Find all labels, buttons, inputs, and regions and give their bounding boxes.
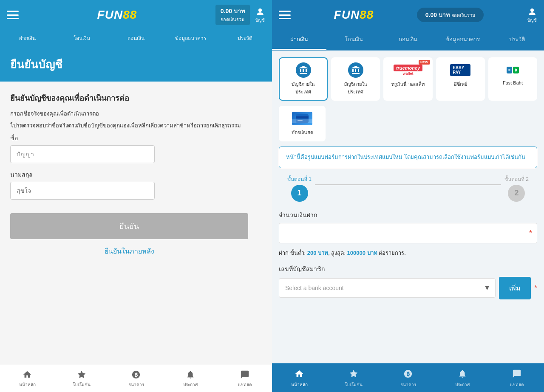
left-header: FUN88 0.00 บาท ยอดเงินรวม บัญชี <box>0 0 272 30</box>
right-hamburger-icon[interactable] <box>279 11 291 19</box>
dollar-icon: ฿ <box>131 369 141 380</box>
last-name-input[interactable] <box>10 182 155 200</box>
max-amount: 100000 บาท <box>347 250 377 256</box>
right-nav-bank[interactable]: ฿ ธนาคาร <box>381 364 435 392</box>
info-box: หน้านี้คือรูปแบบฟอร์มการฝากในประเทศแบบให… <box>279 147 537 168</box>
left-nav-home[interactable]: หน้าหลัก <box>0 365 54 392</box>
svg-rect-6 <box>298 120 303 121</box>
left-tab-deposit[interactable]: ฝากเงิน <box>0 30 54 47</box>
payment-bank-local-1[interactable]: บัญชีภายในประเทศ <box>279 57 328 101</box>
left-nav-bank[interactable]: ฿ ธนาคาร <box>109 365 163 392</box>
info-message: หน้านี้คือรูปแบบฟอร์มการฝากในประเทศแบบให… <box>286 153 530 162</box>
step2-label: ขั้นตอนที่ 2 <box>504 175 529 183</box>
svg-text:฿: ฿ <box>406 371 410 377</box>
easypay-label: อีซี่เพย์ <box>454 80 467 88</box>
step1-label: ขั้นตอนที่ 1 <box>287 175 312 183</box>
right-nav-promo[interactable]: โปรโมชั่น <box>326 364 381 392</box>
right-nav-promo-label: โปรโมชั่น <box>345 381 363 388</box>
right-tab-transfer[interactable]: โอนเงิน <box>326 30 381 50</box>
right-bell-icon <box>456 368 468 380</box>
left-balance-amount: 0.00 บาท <box>221 6 245 16</box>
left-user-icon[interactable]: บัญชี <box>255 7 265 23</box>
left-nav-bank-label: ธนาคาร <box>128 381 144 388</box>
left-nav-announce-label: ประกาศ <box>183 381 198 388</box>
right-nav-chat[interactable]: แชทสด <box>490 364 544 392</box>
right-nav-home-label: หน้าหลัก <box>291 381 308 388</box>
right-nav-home[interactable]: หน้าหลัก <box>272 364 326 392</box>
home-icon <box>22 369 32 380</box>
step-1: ขั้นตอนที่ 1 1 <box>287 175 312 202</box>
left-tab-withdraw[interactable]: ถอนเงิน <box>109 30 163 47</box>
confirm-button[interactable]: ยืนยัน <box>10 213 248 239</box>
bank-local-2-label: บัญชีภายในประเทศ <box>344 80 367 96</box>
right-balance-box: 0.00 บาท ยอดเงินรวม <box>417 8 484 22</box>
left-nav-promo[interactable]: โปรโมชั่น <box>54 365 109 392</box>
right-user-icon[interactable]: บัญชี <box>527 7 537 23</box>
verify-title: ยืนยันบัญชี <box>10 56 262 73</box>
verify-header: ยืนยันบัญชี <box>0 47 272 82</box>
right-header: FUN88 0.00 บาท ยอดเงินรวม บัญชี <box>272 0 544 30</box>
min-amount: 200 บาท <box>307 250 328 256</box>
left-nav-announce[interactable]: ประกาศ <box>163 365 218 392</box>
first-name-input[interactable] <box>10 145 155 163</box>
payment-easypay[interactable]: EASY PAY อีซี่เพย์ <box>436 57 485 101</box>
payment-credit-card[interactable]: บัตรเงินสด <box>279 106 326 141</box>
verify-content: ยืนยันบัญชีของคุณเพื่อดำเนินการต่อ กรอกช… <box>0 82 272 392</box>
payment-bank-local-2[interactable]: บัญชีภายในประเทศ <box>331 57 380 101</box>
right-tab-deposit[interactable]: ฝากเงิน <box>272 30 326 50</box>
easypay-icon: EASY PAY <box>450 62 470 78</box>
hamburger-menu-icon[interactable] <box>7 11 19 19</box>
first-name-label: ชื่อ <box>10 133 262 143</box>
deposit-amount-input[interactable] <box>279 223 537 243</box>
svg-rect-5 <box>296 116 309 118</box>
left-balance-label: ยอดเงินรวม <box>221 16 244 23</box>
right-content: บัญชีภายในประเทศ บัญชีภายในประเทศ NEW <box>272 51 544 363</box>
right-tab-withdraw[interactable]: ถอนเงิน <box>381 30 435 50</box>
right-tab-bank-info[interactable]: ข้อมูลธนาคาร <box>435 30 490 50</box>
left-panel: FUN88 0.00 บาท ยอดเงินรวม บัญชี ฝากเงิน … <box>0 0 272 392</box>
left-tab-history[interactable]: ประวัติ <box>218 30 272 47</box>
credit-card-icon <box>292 111 312 126</box>
fastbaht-label: Fast Baht <box>503 80 523 85</box>
bank-local-1-icon <box>293 62 314 78</box>
right-home-icon <box>293 368 305 380</box>
right-tab-history[interactable]: ประวัติ <box>490 30 544 50</box>
verify-warning: โปรดตรวจสอบว่าชื่อจริงตรงกับชื่อบัญชีของ… <box>10 121 262 130</box>
left-bottom-nav: หน้าหลัก โปรโมชั่น ฿ ธนาคาร ประกาศ <box>0 365 272 392</box>
payment-truemoney[interactable]: NEW truemoney wallet ทรูมันนี่ วอลเล็ท <box>383 57 432 101</box>
fastbaht-icon: ≡ ฿ <box>502 62 523 78</box>
payment-fastbaht[interactable]: ≡ ฿ Fast Baht <box>488 57 537 101</box>
credit-card-label: บัตรเงินสด <box>292 129 313 136</box>
right-nav-announce[interactable]: ประกาศ <box>435 364 490 392</box>
verify-instruction: กรอกชื่อจริงของคุณเพื่อดำเนินการต่อ <box>10 109 262 118</box>
left-nav-chat[interactable]: แชทสด <box>218 365 272 392</box>
right-tabs: ฝากเงิน โอนเงิน ถอนเงิน ข้อมูลธนาคาร ประ… <box>272 30 544 51</box>
left-tab-bank-info[interactable]: ข้อมูลธนาคาร <box>163 30 218 47</box>
bank-account-select[interactable]: Select a bank account <box>279 278 496 298</box>
step-indicator: ขั้นตอนที่ 1 1 ขั้นตอนที่ 2 2 <box>279 175 537 202</box>
step2-circle: 2 <box>508 185 525 202</box>
left-nav-chat-label: แชทสด <box>238 381 252 388</box>
svg-point-0 <box>258 8 262 12</box>
right-bottom-nav: หน้าหลัก โปรโมชั่น ฿ ธนาคาร ประกาศ <box>272 363 544 392</box>
truemoney-label: ทรูมันนี่ วอลเล็ท <box>391 80 424 88</box>
right-balance-amount: 0.00 บาท <box>425 11 450 18</box>
right-nav-chat-label: แชทสด <box>510 381 524 388</box>
star-icon <box>76 369 87 380</box>
right-star-icon <box>348 368 360 380</box>
add-bank-button[interactable]: เพิ่ม <box>499 277 531 299</box>
right-nav-announce-label: ประกาศ <box>455 381 470 388</box>
left-tab-transfer[interactable]: โอนเงิน <box>54 30 109 47</box>
svg-point-3 <box>530 8 534 12</box>
right-dollar-icon: ฿ <box>402 368 414 380</box>
bank-select-row: Select a bank account ▼ เพิ่ม * <box>279 277 537 299</box>
verify-later-link[interactable]: ยืนยันในภายหลัง <box>10 246 248 257</box>
step1-circle: 1 <box>291 185 308 202</box>
left-nav-promo-label: โปรโมชั่น <box>73 381 91 388</box>
bank-account-label: เลขที่บัญชีสมาชิก <box>279 264 537 274</box>
first-name-group: ชื่อ <box>10 133 262 163</box>
step-line <box>315 184 501 185</box>
min-max-info: ฝาก ขั้นต่ำ: 200 บาท, สูงสุด: 100000 บาท… <box>279 248 537 257</box>
new-badge: NEW <box>419 60 430 65</box>
truemoney-icon: truemoney wallet <box>398 62 418 78</box>
